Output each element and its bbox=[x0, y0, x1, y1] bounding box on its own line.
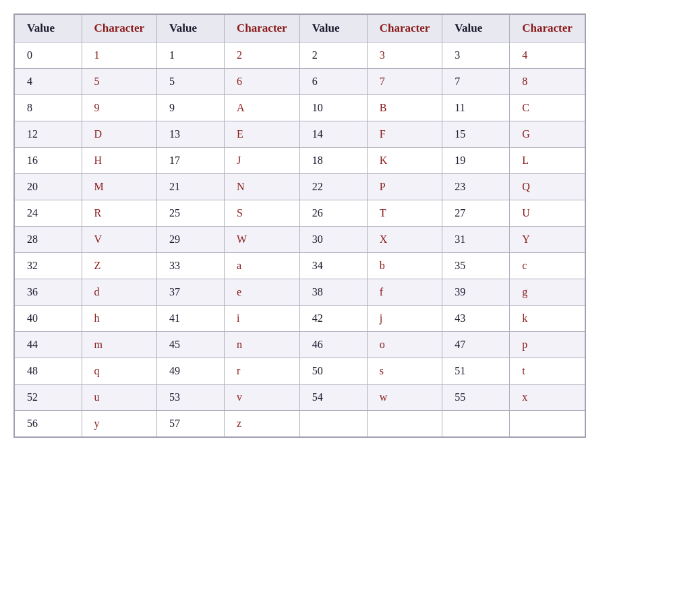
table-cell-character: i bbox=[225, 306, 300, 332]
table-cell-character: r bbox=[225, 358, 300, 385]
table-cell-value: 32 bbox=[14, 253, 82, 279]
table-cell-value: 25 bbox=[157, 200, 225, 227]
table-cell-character: s bbox=[367, 358, 442, 385]
table-cell-value: 55 bbox=[442, 385, 510, 411]
table-cell-value: 37 bbox=[157, 279, 225, 306]
table-cell-value: 34 bbox=[299, 253, 367, 279]
table-cell-value: 18 bbox=[299, 148, 367, 174]
header-character-4: Character bbox=[510, 14, 585, 42]
header-value-3: Value bbox=[299, 14, 367, 42]
table-cell-value: 9 bbox=[157, 95, 225, 121]
table-cell-character: V bbox=[82, 227, 157, 253]
table-cell-character: 6 bbox=[225, 69, 300, 95]
table-cell-character: u bbox=[82, 385, 157, 411]
table-cell-character: b bbox=[367, 253, 442, 279]
table-cell-value: 53 bbox=[157, 385, 225, 411]
table-cell-value: 54 bbox=[299, 385, 367, 411]
table-cell-character: C bbox=[510, 95, 585, 121]
table-cell-value: 11 bbox=[442, 95, 510, 121]
table-row: 20M21N22P23Q bbox=[14, 174, 585, 200]
table-cell-character: w bbox=[367, 385, 442, 411]
table-cell-character: J bbox=[225, 148, 300, 174]
table-cell-character: d bbox=[82, 279, 157, 306]
table-cell-character: B bbox=[367, 95, 442, 121]
table-cell-value: 19 bbox=[442, 148, 510, 174]
table-cell-character: X bbox=[367, 227, 442, 253]
table-row: 24R25S26T27U bbox=[14, 200, 585, 227]
table-cell-value: 30 bbox=[299, 227, 367, 253]
table-cell-character: g bbox=[510, 279, 585, 306]
table-cell-value: 33 bbox=[157, 253, 225, 279]
table-cell-value: 23 bbox=[442, 174, 510, 200]
table-cell-value: 26 bbox=[299, 200, 367, 227]
table-cell-character: Y bbox=[510, 227, 585, 253]
table-row: 44m45n46o47p bbox=[14, 332, 585, 358]
header-value-4: Value bbox=[442, 14, 510, 42]
table-cell-character: 4 bbox=[510, 42, 585, 69]
table-cell-character: m bbox=[82, 332, 157, 358]
table-cell-value bbox=[442, 411, 510, 438]
table-cell-value: 44 bbox=[14, 332, 82, 358]
table-row: 32Z33a34b35c bbox=[14, 253, 585, 279]
table-cell-character: e bbox=[225, 279, 300, 306]
table-cell-character: t bbox=[510, 358, 585, 385]
table-cell-value: 45 bbox=[157, 332, 225, 358]
table-cell-value: 38 bbox=[299, 279, 367, 306]
table-row: 16H17J18K19L bbox=[14, 148, 585, 174]
table-row: 12D13E14F15G bbox=[14, 121, 585, 148]
header-value-2: Value bbox=[157, 14, 225, 42]
table-cell-value: 7 bbox=[442, 69, 510, 95]
table-cell-character: A bbox=[225, 95, 300, 121]
header-character-1: Character bbox=[82, 14, 157, 42]
table-cell-value: 17 bbox=[157, 148, 225, 174]
table-cell-character: H bbox=[82, 148, 157, 174]
table-cell-value: 24 bbox=[14, 200, 82, 227]
table-cell-character: L bbox=[510, 148, 585, 174]
table-cell-value: 8 bbox=[14, 95, 82, 121]
table-header-row: Value Character Value Character Value Ch… bbox=[14, 14, 585, 42]
table-cell-character: o bbox=[367, 332, 442, 358]
table-cell-value: 35 bbox=[442, 253, 510, 279]
table-cell-character: 8 bbox=[510, 69, 585, 95]
table-cell-character: P bbox=[367, 174, 442, 200]
table-cell-character: 5 bbox=[82, 69, 157, 95]
table-cell-value: 57 bbox=[157, 411, 225, 438]
table-cell-value: 22 bbox=[299, 174, 367, 200]
table-cell-character: y bbox=[82, 411, 157, 438]
table-cell-value: 29 bbox=[157, 227, 225, 253]
table-cell-value: 16 bbox=[14, 148, 82, 174]
table-cell-character: T bbox=[367, 200, 442, 227]
table-cell-character: k bbox=[510, 306, 585, 332]
table-cell-value: 52 bbox=[14, 385, 82, 411]
table-cell-character: p bbox=[510, 332, 585, 358]
table-cell-value: 40 bbox=[14, 306, 82, 332]
table-cell-value: 20 bbox=[14, 174, 82, 200]
table-cell-character: N bbox=[225, 174, 300, 200]
table-cell-character: 1 bbox=[82, 42, 157, 69]
table-cell-value: 6 bbox=[299, 69, 367, 95]
header-character-2: Character bbox=[225, 14, 300, 42]
table-cell-character: v bbox=[225, 385, 300, 411]
table-row: 36d37e38f39g bbox=[14, 279, 585, 306]
table-cell-character: 2 bbox=[225, 42, 300, 69]
table-cell-character: 3 bbox=[367, 42, 442, 69]
table-cell-character: 7 bbox=[367, 69, 442, 95]
value-character-table: Value Character Value Character Value Ch… bbox=[13, 13, 586, 438]
table-cell-value: 14 bbox=[299, 121, 367, 148]
table-cell-character: R bbox=[82, 200, 157, 227]
table-cell-value: 39 bbox=[442, 279, 510, 306]
table-cell-value: 4 bbox=[14, 69, 82, 95]
table-cell-value: 36 bbox=[14, 279, 82, 306]
table-row: 56y57z bbox=[14, 411, 585, 438]
table-cell-character: G bbox=[510, 121, 585, 148]
table-cell-character: f bbox=[367, 279, 442, 306]
table-row: 40h41i42j43k bbox=[14, 306, 585, 332]
table-cell-character: W bbox=[225, 227, 300, 253]
table-row: 45566778 bbox=[14, 69, 585, 95]
table-cell-value: 1 bbox=[157, 42, 225, 69]
table-cell-character bbox=[367, 411, 442, 438]
table-cell-value: 41 bbox=[157, 306, 225, 332]
table-cell-value: 46 bbox=[299, 332, 367, 358]
table-cell-character: h bbox=[82, 306, 157, 332]
table-cell-value: 42 bbox=[299, 306, 367, 332]
